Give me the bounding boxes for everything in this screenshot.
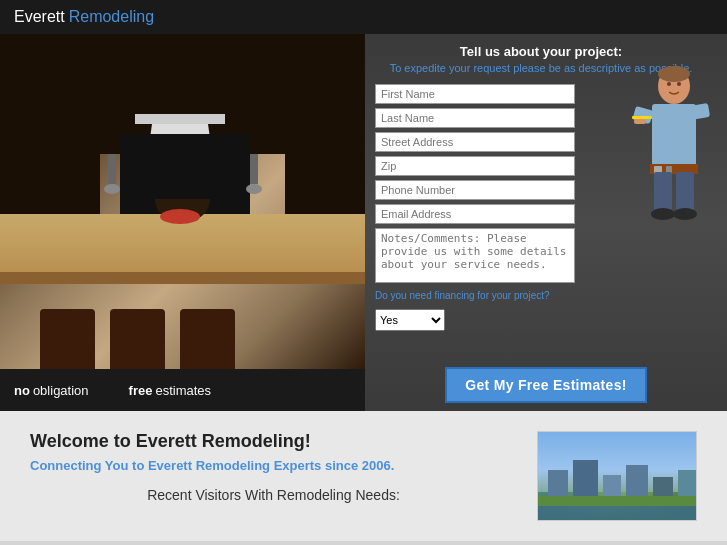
kitchen-chairs — [40, 309, 235, 369]
last-name-input[interactable] — [375, 108, 575, 128]
svg-rect-12 — [634, 119, 646, 124]
hero-form-column: Tell us about your project: To expedite … — [365, 34, 727, 411]
pendant-light-2 — [250, 154, 258, 184]
svg-rect-6 — [654, 172, 672, 212]
financing-link[interactable]: Do you need financing for your project? — [375, 290, 575, 301]
welcome-section: Welcome to Everett Remodeling! Connectin… — [0, 411, 727, 541]
header: Everett Remodeling — [0, 0, 727, 34]
svg-rect-2 — [652, 104, 696, 169]
first-name-input[interactable] — [375, 84, 575, 104]
svg-point-14 — [667, 82, 671, 86]
svg-point-1 — [658, 66, 690, 82]
hero-section: no obligation free estimates Tell us abo… — [0, 34, 727, 411]
greenery — [538, 496, 696, 506]
free-text: free — [129, 383, 153, 398]
contractor-image — [632, 64, 722, 224]
kitchen-cabinet-right — [285, 34, 365, 234]
kitchen-red-items — [160, 209, 200, 224]
chair-2 — [110, 309, 165, 369]
yes-no-dropdown[interactable]: Yes No — [375, 309, 445, 331]
estimates-text: estimates — [155, 383, 211, 398]
form-title: Tell us about your project: — [375, 44, 707, 59]
phone-input[interactable] — [375, 180, 575, 200]
pendant-shade-2 — [246, 184, 262, 194]
email-input[interactable] — [375, 204, 575, 224]
street-address-input[interactable] — [375, 132, 575, 152]
svg-point-15 — [677, 82, 681, 86]
get-estimates-button[interactable]: Get My Free Estimates! — [445, 367, 646, 403]
form-area: Tell us about your project: To expedite … — [365, 34, 727, 357]
chair-1 — [40, 309, 95, 369]
zip-input[interactable] — [375, 156, 575, 176]
contractor-figure-svg — [632, 64, 712, 224]
hero-tagline: no obligation free estimates — [0, 369, 365, 411]
svg-rect-13 — [632, 116, 652, 119]
hero-image-column: no obligation free estimates — [0, 34, 365, 411]
svg-point-8 — [651, 208, 675, 220]
notes-textarea[interactable] — [375, 228, 575, 283]
obligation-text: obligation — [33, 383, 89, 398]
svg-rect-7 — [676, 172, 694, 212]
welcome-city-image — [537, 431, 697, 521]
site-title-remodeling: Remodeling — [69, 8, 154, 26]
welcome-text-area: Welcome to Everett Remodeling! Connectin… — [30, 431, 517, 521]
dropdown-row: Yes No — [375, 309, 575, 331]
welcome-subheading: Connecting You to Everett Remodeling Exp… — [30, 458, 517, 473]
chair-3 — [180, 309, 235, 369]
kitchen-counter-edge — [0, 272, 365, 284]
kitchen-cabinet-left — [0, 34, 100, 234]
pendant-shade-1 — [104, 184, 120, 194]
kitchen-hood-top — [135, 114, 225, 124]
svg-point-9 — [673, 208, 697, 220]
welcome-heading: Welcome to Everett Remodeling! — [30, 431, 517, 452]
form-fields: Do you need financing for your project? … — [375, 84, 575, 331]
no-text: no — [14, 383, 30, 398]
recent-visitors-text: Recent Visitors With Remodeling Needs: — [30, 487, 517, 503]
pendant-light-1 — [108, 154, 116, 184]
form-bottom: Get My Free Estimates! — [365, 357, 727, 411]
kitchen-photo — [0, 34, 365, 369]
site-title-everett: Everett — [14, 8, 65, 26]
